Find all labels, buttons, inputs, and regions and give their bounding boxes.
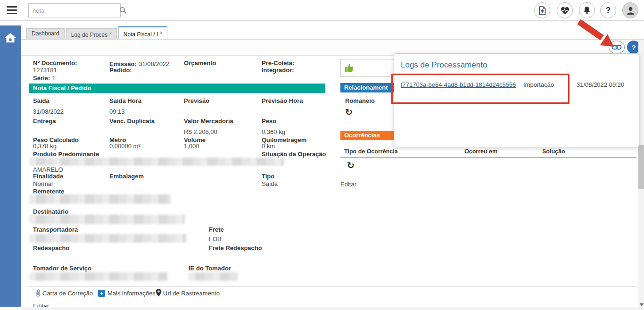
romaneio-label: Romaneio	[345, 97, 375, 104]
redacted-value	[29, 158, 284, 166]
saida-label: Saída	[33, 97, 50, 104]
url-rastreamento-link[interactable]: Url de Rastreamento	[163, 290, 220, 297]
search-input[interactable]	[29, 7, 119, 14]
tab-log-label: Log de Proces	[71, 32, 107, 38]
tipo-value: Saída	[262, 180, 278, 187]
frete-value: FOB	[209, 235, 222, 243]
refresh-icon[interactable]: ↻	[347, 160, 355, 171]
col-tipo-ocorrencia: Tipo de Ocorrência	[344, 148, 398, 155]
metro-value: 0,00000 m³	[109, 142, 140, 150]
frete-redespacho-label: Frete Redespacho	[209, 244, 262, 251]
saida-value: 31/08/2022	[33, 108, 64, 115]
col-ocorreu-em: Ocorreu em	[464, 148, 497, 155]
num-documento-value: 1273181	[33, 67, 57, 74]
section-header-ocorrencias: Ocorrências	[340, 131, 394, 140]
log-timestamp: 31/08/2022 09:20	[577, 81, 624, 88]
app-window: ? Dashboard Log de Procesx Nota Fiscal /…	[0, 0, 644, 310]
redacted-value	[29, 272, 167, 281]
quilometragem-value: 0 km	[262, 142, 275, 150]
mais-informacoes-link[interactable]: Mais informações	[107, 290, 156, 297]
tab-nota-label: Nota Fiscal / I	[124, 31, 158, 38]
valor-mercadoria-label: Valor Mercadoria	[184, 117, 233, 125]
transportadora-label: Transportadora	[33, 226, 78, 233]
saida-hora-value: 09:13	[109, 108, 125, 115]
tab-dashboard-label: Dashboard	[32, 30, 59, 37]
tab-bar: Dashboard Log de Procesx Nota Fiscal / I…	[26, 26, 169, 39]
volume-value: 1,000	[184, 142, 199, 150]
health-monitor-icon[interactable]	[557, 2, 573, 18]
tipo-label: Tipo	[262, 173, 274, 180]
destinatario-label: Destinatário	[33, 208, 68, 215]
ie-tomador-label: IE do Tomador	[189, 265, 231, 272]
tab-nota-fiscal[interactable]: Nota Fiscal / Ix	[118, 26, 167, 39]
thumbs-up-icon	[344, 63, 355, 73]
tab-close-icon[interactable]: x	[160, 30, 162, 35]
pre-coleta-label: Pré-Coleta:	[262, 59, 294, 67]
redespacho-label: Redespacho	[33, 244, 69, 251]
redacted-value	[29, 215, 185, 224]
remetente-label: Remetente	[33, 188, 64, 195]
pedido-label: Pedido:	[109, 67, 132, 74]
search-box	[28, 3, 121, 17]
annotation-highlight-box	[391, 74, 570, 104]
peso-label: Peso	[262, 117, 276, 125]
location-pin-icon	[156, 289, 162, 299]
popup-title: Logs de Processamento	[401, 60, 487, 70]
vertical-scrollbar-thumb[interactable]	[638, 145, 644, 189]
tab-log-processamento[interactable]: Log de Procesx	[66, 28, 117, 39]
peso-calculado-value: 0,378 kg	[33, 142, 57, 150]
help-topbar-icon[interactable]: ?	[600, 2, 616, 18]
divider	[29, 286, 636, 287]
finalidade-value: Normal	[33, 180, 53, 187]
finalidade-label: Finalidade	[33, 173, 63, 180]
paperclip-icon	[35, 289, 41, 299]
tomador-label: Tomador de Serviço	[33, 265, 91, 272]
link-icon[interactable]	[609, 41, 625, 54]
tab-close-icon[interactable]: x	[109, 30, 112, 35]
divider	[340, 123, 394, 123]
menu-icon[interactable]	[7, 6, 17, 15]
col-solucao: Solução	[542, 148, 565, 155]
sidebar	[0, 25, 21, 307]
secondary-action-button[interactable]	[359, 59, 395, 77]
venc-duplicata-label: Venc. Duplicata	[109, 117, 155, 125]
produto-predominante-label: Produto Predominante	[33, 151, 99, 158]
user-avatar[interactable]	[622, 2, 638, 18]
serie-value: 1	[52, 75, 56, 82]
previsao-hora-label: Previsão Hora	[262, 97, 303, 104]
plus-icon: +	[98, 290, 105, 297]
saida-hora-label: Saída Hora	[109, 97, 141, 104]
peso-value: 0,360 kg	[262, 128, 285, 135]
situacao-operacao-label: Situação da Operação	[262, 151, 326, 158]
previsao-label: Previsão	[184, 97, 209, 104]
carta-correcao-link[interactable]: Carta de Correção	[42, 290, 93, 297]
produto-predominante-extra: AMARELO	[33, 166, 63, 173]
table-header-rule	[340, 157, 636, 158]
frete-label: Frete	[209, 226, 224, 233]
num-documento-label: Nº Documento:	[33, 59, 77, 67]
notifications-bell-icon[interactable]	[579, 2, 595, 18]
orcamento-label: Orçamento	[184, 59, 216, 67]
refresh-icon[interactable]: ↻	[345, 107, 353, 117]
redacted-value	[189, 272, 238, 281]
horizontal-scrollbar-track[interactable]	[21, 307, 638, 310]
redacted-value	[29, 234, 186, 243]
embalagem-label: Embalagem	[109, 173, 144, 180]
tab-relacionamento[interactable]: Relacionament	[340, 83, 394, 92]
home-icon[interactable]	[4, 32, 17, 43]
redacted-value	[29, 194, 171, 204]
valor-mercadoria-value: R$ 2.208,00	[184, 128, 217, 135]
section-header-nota-fiscal: Nota Fiscal / Pedido	[29, 84, 325, 93]
integrador-label: Integrador:	[262, 67, 294, 74]
export-document-icon[interactable]	[534, 2, 550, 18]
scroll-down-arrow[interactable]	[640, 303, 644, 306]
emissao-value: 31/08/2022	[139, 60, 169, 67]
editar-ocorrencia-link[interactable]: Editar	[340, 181, 356, 188]
entrega-label: Entrega	[33, 117, 56, 125]
search-icon[interactable]	[119, 7, 127, 14]
topbar: ?	[0, 0, 644, 21]
thumbs-up-button[interactable]	[340, 59, 358, 77]
tab-dashboard[interactable]: Dashboard	[26, 28, 65, 39]
serie-label: Série:	[33, 75, 50, 82]
